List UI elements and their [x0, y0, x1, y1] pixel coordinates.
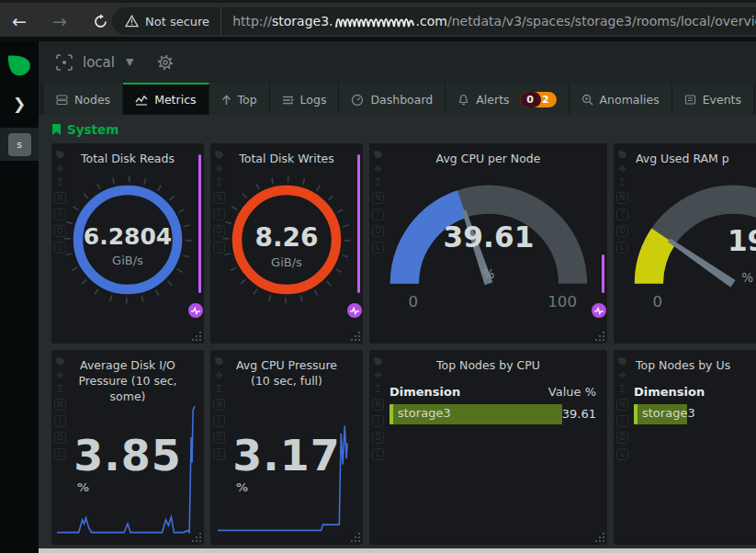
- aggregate-sigma-icon: Σ: [375, 385, 380, 394]
- nodes-filter-icon: N: [372, 192, 384, 204]
- settings-gear-icon[interactable]: [157, 54, 174, 71]
- radial-gauge: 39.61 % 0 100: [378, 171, 599, 310]
- resize-grip[interactable]: [350, 331, 361, 342]
- url-path: /netdata/v3/spaces/storage3/rooms/local/…: [447, 14, 756, 28]
- chart-toolbar-icons[interactable]: ✥ΣNIDL: [54, 150, 66, 254]
- table-row[interactable]: storage3 39.61: [389, 404, 596, 424]
- chart-value: 3.17: [232, 431, 341, 480]
- alerts-badges: 2 0: [520, 92, 557, 107]
- chart-card-total-disk-writes[interactable]: ✥ΣNIDL Total Disk Writes 8.26 GiB/s: [210, 143, 363, 344]
- chart-unit: %: [741, 270, 753, 285]
- chart-card-total-disk-reads[interactable]: ✥ΣNIDL Total Disk Reads 6.2804 GiB/s: [51, 143, 204, 344]
- netdata-mini-logo-icon: [617, 356, 627, 367]
- resize-grip[interactable]: [594, 532, 605, 543]
- chart-value: 19: [727, 224, 756, 257]
- drag-icon: ✥: [56, 164, 63, 174]
- tab-events[interactable]: Events: [672, 83, 754, 115]
- chart-title: Total Disk Writes: [210, 152, 363, 167]
- drag-icon: ✥: [215, 164, 222, 174]
- chart-toolbar-icons[interactable]: ✥ΣNIDL: [372, 150, 384, 254]
- events-icon: [684, 94, 696, 106]
- chart-toolbar-icons[interactable]: ✥ΣNIDL: [616, 150, 628, 254]
- reload-button[interactable]: [88, 9, 112, 33]
- dimension-name: storage3: [398, 406, 451, 420]
- labels-filter-icon: L: [616, 448, 628, 460]
- instances-filter-icon: I: [372, 415, 384, 427]
- resize-grip[interactable]: [350, 532, 361, 543]
- chart-unit: %: [77, 480, 178, 494]
- metrics-icon: [135, 95, 148, 106]
- aggregate-sigma-icon: Σ: [216, 178, 221, 187]
- table-col-dimension: Dimension: [389, 385, 460, 399]
- anomaly-pulse-icon: [190, 306, 201, 315]
- table-row[interactable]: storage3: [634, 404, 756, 424]
- redacted-url-scribble: [334, 12, 415, 30]
- chart-card-disk-io-pressure[interactable]: ✥ΣNIDL Average Disk I/O Pressure (10 sec…: [51, 350, 204, 545]
- chart-toolbar-icons[interactable]: ✥ΣNIDL: [372, 356, 384, 460]
- anomaly-ribbon: [357, 154, 360, 293]
- top-nodes-table: Dimension Value % storage3 39.61: [389, 385, 596, 424]
- tab-alerts[interactable]: Alerts 2 0: [446, 83, 569, 115]
- nodes-filter-icon: N: [213, 192, 225, 204]
- anomaly-badge[interactable]: [347, 303, 362, 318]
- resize-grip[interactable]: [594, 331, 605, 342]
- room-selector[interactable]: local ▼: [55, 53, 133, 72]
- anomaly-pulse-icon: [593, 306, 604, 315]
- resize-grip[interactable]: [191, 532, 202, 543]
- address-bar[interactable]: Not secure http://storage3..com/netdata/…: [112, 7, 756, 35]
- dimensions-filter-icon: D: [372, 432, 384, 444]
- chart-value-block: 3.17 %: [210, 431, 363, 494]
- tab-nodes[interactable]: Nodes: [44, 83, 123, 115]
- ring-gauge: 6.2804 GiB/s: [59, 171, 197, 309]
- netdata-mini-logo-icon: [373, 356, 383, 367]
- gauge-max-label: 100: [547, 293, 577, 310]
- url-text: http://storage3..com/netdata/v3/spaces/s…: [232, 12, 756, 30]
- tab-dashboard[interactable]: Dashboard: [339, 83, 446, 115]
- chart-toolbar-icons[interactable]: ✥ΣNIDL: [616, 356, 628, 460]
- anomaly-badge[interactable]: [592, 303, 606, 318]
- aggregate-sigma-icon: Σ: [57, 385, 62, 394]
- tab-logs[interactable]: Logs: [270, 83, 340, 115]
- anomaly-badge[interactable]: [188, 303, 203, 318]
- instances-filter-icon: I: [372, 209, 384, 220]
- space-avatar[interactable]: s: [8, 133, 31, 156]
- dimensions-filter-icon: D: [54, 225, 66, 237]
- chart-value: 39.61: [443, 220, 534, 254]
- dashboard-content: System ✥ΣNIDL Total Disk Reads 6.2804 Gi…: [39, 115, 756, 553]
- chart-card-cpu-pressure[interactable]: ✥ΣNIDL Avg CPU Pressure (10 sec, full) 3…: [210, 350, 363, 545]
- warning-icon: [125, 15, 139, 28]
- chart-card-top-nodes-by-cpu[interactable]: ✥ΣNIDL Top Nodes by CPU Dimension Value …: [369, 350, 607, 545]
- dimensions-filter-icon: D: [213, 225, 225, 237]
- netdata-mini-logo-icon: [373, 150, 383, 160]
- radial-gauge: 19 % 0: [623, 171, 756, 310]
- resize-grip[interactable]: [191, 331, 202, 342]
- tab-anomalies[interactable]: Anomalies: [570, 83, 672, 115]
- forward-button[interactable]: →: [48, 9, 72, 33]
- sidebar-expand-button[interactable]: ❯: [0, 95, 39, 113]
- tab-top[interactable]: Top: [209, 83, 270, 115]
- logs-icon: [282, 95, 294, 106]
- chart-title: Avg CPU Pressure (10 sec, full): [210, 358, 363, 389]
- back-button[interactable]: ←: [7, 9, 31, 33]
- horizontal-scrollbar[interactable]: [39, 548, 756, 553]
- nodes-icon: [56, 94, 68, 106]
- chart-card-avg-cpu-per-node[interactable]: ✥ΣNIDL Avg CPU per Node 39.61 % 0 100: [369, 143, 607, 344]
- chart-card-avg-used-ram[interactable]: ✥ΣNIDL Avg Used RAM p 19 % 0: [614, 143, 756, 344]
- room-label: local: [83, 54, 115, 71]
- top-nodes-table: Dimension storage3: [634, 385, 756, 424]
- chart-card-top-nodes-by-used-ram[interactable]: ✥ΣNIDL Top Nodes by Us Dimension storage…: [614, 350, 756, 545]
- instances-filter-icon: I: [213, 209, 225, 220]
- chart-toolbar-icons[interactable]: ✥ΣNIDL: [213, 150, 225, 254]
- chart-unit: GiB/s: [271, 255, 302, 269]
- labels-filter-icon: L: [372, 242, 384, 254]
- url-host-prefix: storage3.: [272, 14, 333, 28]
- chart-title: Total Disk Reads: [51, 152, 204, 167]
- security-chip[interactable]: Not secure: [121, 7, 221, 35]
- tab-metrics[interactable]: Metrics: [123, 83, 209, 115]
- app-header: local ▼: [39, 41, 756, 83]
- aggregate-sigma-icon: Σ: [216, 385, 221, 394]
- section-header-system[interactable]: System: [51, 122, 756, 137]
- instances-filter-icon: I: [616, 209, 628, 220]
- chart-title: Avg Used RAM p: [614, 152, 756, 167]
- dimension-bar: storage3: [389, 404, 562, 424]
